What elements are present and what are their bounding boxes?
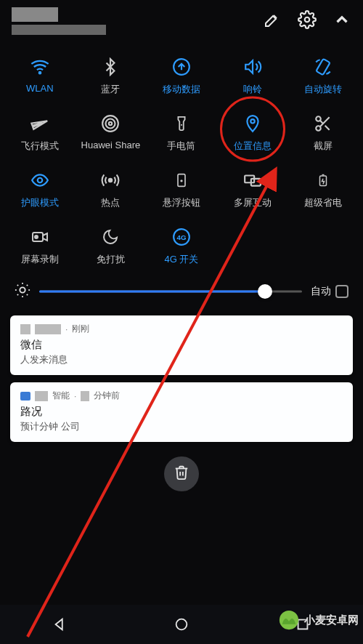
toggle-location[interactable]: 位置信息: [217, 113, 288, 153]
toggle-label: 护眼模式: [21, 196, 59, 209]
brightness-row: 自动: [0, 269, 363, 313]
toggle-ringer[interactable]: 响铃: [217, 57, 288, 96]
notification-time: 分钟前: [94, 390, 120, 402]
flashlight-icon: [171, 113, 192, 134]
video-record-icon: [29, 227, 51, 247]
toggle-do-not-disturb[interactable]: 免打扰: [76, 227, 147, 266]
toggle-ultra-power-saving[interactable]: 超级省电: [287, 170, 359, 209]
svg-point-12: [38, 178, 43, 183]
toggle-label: 截屏: [314, 140, 333, 153]
svg-line-33: [27, 285, 28, 286]
svg-marker-3: [245, 60, 253, 73]
eye-icon: [29, 170, 51, 190]
toggle-label: 响铃: [243, 83, 262, 96]
gear-icon[interactable]: [298, 10, 317, 29]
trash-icon: [174, 464, 189, 483]
toggle-label: 位置信息: [234, 140, 272, 153]
svg-marker-21: [43, 233, 47, 241]
auto-brightness-toggle[interactable]: 自动: [311, 285, 348, 298]
four-g-icon: 4G: [171, 227, 192, 247]
battery-saver-icon: [312, 170, 334, 190]
notification-card[interactable]: · 刚刚 微信 人发来消息: [10, 315, 353, 375]
app-icon-redacted: [20, 324, 30, 334]
toggle-label: 手电筒: [167, 140, 195, 153]
scissors-icon: [312, 113, 334, 134]
svg-point-22: [35, 236, 38, 238]
auto-brightness-label: 自动: [311, 285, 331, 298]
toggle-label: 屏幕录制: [21, 253, 59, 266]
svg-point-13: [109, 179, 112, 182]
svg-point-5: [109, 122, 112, 125]
toggle-label: 免打扰: [97, 253, 125, 266]
svg-line-29: [27, 294, 28, 295]
time-redacted: [12, 7, 58, 22]
app-name-redacted: [35, 391, 48, 401]
toggle-floating-dock[interactable]: 悬浮按钮: [146, 170, 217, 209]
hotspot-icon: [99, 170, 121, 190]
app-icon: [20, 392, 30, 401]
date-redacted: [12, 25, 106, 35]
watermark-logo-icon: [278, 609, 300, 631]
toggle-mobile-data[interactable]: 移动数据: [146, 57, 217, 96]
toggle-label: 4G 开关: [165, 253, 199, 266]
svg-point-6: [106, 119, 115, 129]
svg-point-11: [316, 126, 321, 131]
toggle-label: 悬浮按钮: [163, 196, 200, 209]
moon-icon: [99, 227, 121, 247]
svg-point-9: [250, 119, 254, 123]
floating-dock-icon: [171, 170, 192, 190]
toggle-multi-screen[interactable]: 多屏互动: [217, 170, 288, 209]
toggle-wlan[interactable]: WLAN: [4, 57, 76, 96]
bluetooth-icon: [99, 57, 121, 77]
header-title-area: [12, 7, 106, 35]
svg-line-28: [17, 285, 18, 286]
toggle-eye-comfort[interactable]: 护眼模式: [4, 170, 76, 209]
notification-title: 微信: [20, 338, 343, 352]
watermark-text: 小麦安卓网: [304, 613, 359, 627]
svg-line-32: [17, 294, 18, 295]
speaker-icon: [242, 57, 264, 77]
svg-point-10: [316, 116, 321, 121]
toggle-airplane[interactable]: 飞行模式: [4, 113, 76, 153]
quick-settings-grid: WLAN 蓝牙 移动数据 响铃 自动旋转: [0, 45, 363, 269]
toggle-label: 蓝牙: [101, 83, 120, 96]
toggle-hotspot[interactable]: 热点: [76, 170, 147, 209]
app-name-redacted: [35, 324, 61, 334]
watermark: 小麦安卓网: [278, 609, 359, 631]
toggle-4g-switch[interactable]: 4G 4G 开关: [146, 227, 217, 266]
toggle-label: 自动旋转: [304, 83, 342, 96]
toggle-screen-record[interactable]: 屏幕录制: [4, 227, 76, 266]
toggle-label: WLAN: [26, 83, 54, 94]
checkbox-icon: [335, 285, 348, 298]
edit-icon[interactable]: [263, 10, 282, 29]
notification-body: 预计分钟 公司: [20, 420, 343, 433]
clear-all-button[interactable]: [164, 456, 199, 491]
nav-back-button[interactable]: [51, 615, 70, 634]
toggle-label: Huawei Share: [81, 140, 141, 150]
toggle-auto-rotate[interactable]: 自动旋转: [287, 57, 359, 96]
svg-marker-34: [56, 619, 62, 630]
brightness-slider[interactable]: [39, 284, 302, 299]
toggle-huawei-share[interactable]: Huawei Share: [76, 113, 147, 153]
notification-card[interactable]: 智能 · 分钟前 路况 预计分钟 公司: [10, 382, 353, 442]
wifi-icon: [29, 57, 51, 77]
svg-text:4G: 4G: [176, 233, 186, 241]
svg-point-15: [181, 180, 182, 182]
toggle-label: 多屏互动: [234, 196, 272, 209]
svg-point-25: [20, 287, 25, 292]
notification-time: 刚刚: [72, 323, 89, 335]
svg-point-35: [176, 619, 187, 630]
multi-screen-icon: [242, 170, 264, 190]
chevron-up-icon[interactable]: [333, 10, 351, 29]
toggle-bluetooth[interactable]: 蓝牙: [76, 57, 147, 96]
mobile-data-icon: [171, 57, 192, 77]
nav-home-button[interactable]: [172, 615, 191, 634]
notifications-list: · 刚刚 微信 人发来消息 智能 · 分钟前 路况 预计分钟 公司: [0, 313, 363, 445]
notification-shade: WLAN 蓝牙 移动数据 响铃 自动旋转: [0, 0, 363, 644]
svg-point-0: [305, 17, 310, 23]
toggle-screenshot[interactable]: 截屏: [287, 113, 359, 153]
shade-header: [0, 0, 363, 45]
toggle-flashlight[interactable]: 手电筒: [146, 113, 217, 153]
toggle-label: 热点: [101, 196, 120, 209]
airplane-icon: [29, 113, 51, 134]
